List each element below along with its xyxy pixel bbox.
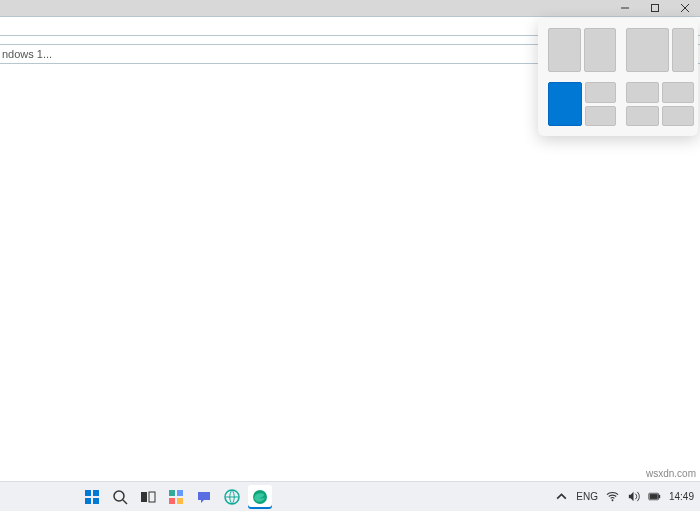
svg-rect-11 [149,492,155,502]
snap-layouts-flyout [538,18,698,136]
chat-button[interactable] [192,485,216,509]
svg-rect-4 [85,490,91,496]
search-button[interactable] [108,485,132,509]
svg-rect-1 [652,5,659,12]
taskview-button[interactable] [136,485,160,509]
window-titlebar [0,0,700,16]
maximize-button[interactable] [640,0,670,16]
snap-cell-selected[interactable] [548,82,582,126]
snap-cell[interactable] [626,106,659,127]
svg-rect-14 [169,498,175,504]
edge-button[interactable] [248,485,272,509]
svg-rect-5 [93,490,99,496]
snap-cell[interactable] [662,106,695,127]
system-tray: ENG 14:49 [555,482,694,511]
snap-cell[interactable] [662,82,695,103]
snap-cell[interactable] [672,28,694,72]
svg-rect-20 [650,494,658,499]
snap-cell[interactable] [626,82,659,103]
widgets-button[interactable] [164,485,188,509]
taskbar-center [80,482,272,511]
clock[interactable]: 14:49 [669,492,694,502]
snap-cell[interactable] [585,82,617,103]
battery-icon[interactable] [648,490,661,503]
start-button[interactable] [80,485,104,509]
watermark: wsxdn.com [646,468,696,479]
svg-rect-7 [93,498,99,504]
minimize-button[interactable] [610,0,640,16]
snap-layout-two-wide-left [626,28,694,72]
snap-cell[interactable] [548,28,581,72]
snap-cell[interactable] [584,28,617,72]
language-indicator[interactable]: ENG [576,491,598,502]
explorer-button[interactable] [220,485,244,509]
snap-layout-two-equal [548,28,616,72]
svg-rect-6 [85,498,91,504]
clock-time: 14:49 [669,492,694,502]
svg-rect-12 [169,490,175,496]
volume-icon[interactable] [627,490,640,503]
svg-point-18 [612,499,614,501]
svg-line-9 [123,500,127,504]
taskbar: ENG 14:49 [0,481,700,511]
svg-rect-13 [177,490,183,496]
tab-label[interactable]: ndows 1... [2,48,52,60]
svg-rect-15 [177,498,183,504]
snap-layout-three-left [548,82,616,126]
snap-layout-quad [626,82,694,126]
svg-point-8 [114,491,124,501]
snap-cell[interactable] [585,106,617,127]
tray-chevron-icon[interactable] [555,490,568,503]
wifi-icon[interactable] [606,490,619,503]
svg-rect-21 [659,495,661,498]
close-button[interactable] [670,0,700,16]
snap-cell[interactable] [626,28,669,72]
svg-rect-10 [141,492,147,502]
